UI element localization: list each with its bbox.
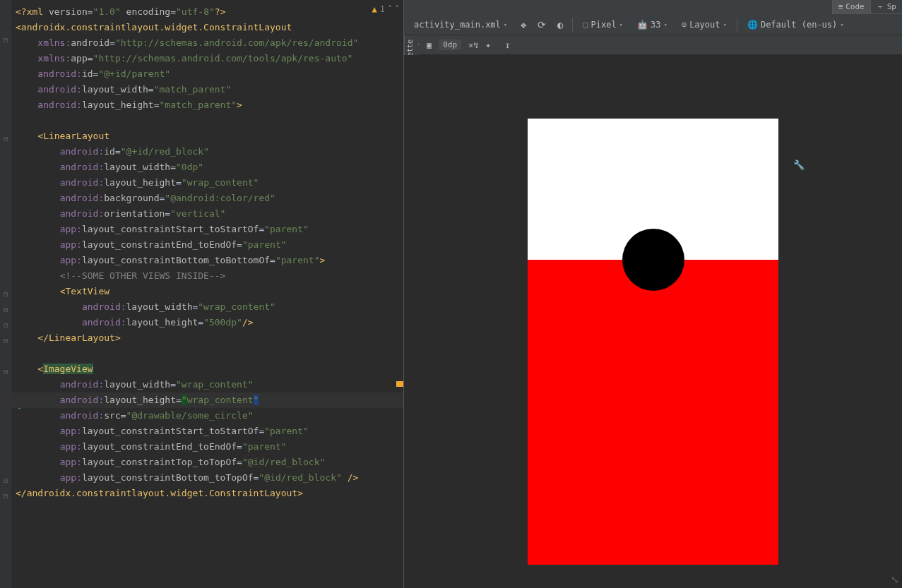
eq: = (170, 162, 176, 172)
value: "http://schemas.android.com/apk/res/andr… (115, 37, 358, 48)
attr: layout_height (82, 100, 154, 110)
eq: = (198, 317, 203, 328)
device-preview[interactable] (528, 119, 778, 565)
inspection-widget[interactable]: ▲ 1 ˄ ˅ (372, 4, 399, 14)
fold-end-icon[interactable]: ⊟ (2, 493, 9, 500)
tab-split[interactable]: ⫟ Sp (870, 0, 902, 13)
ns: app: (60, 457, 82, 467)
editor-mode-tabs: ≡ Code ⫟ Sp (832, 0, 902, 14)
quote: " (182, 395, 187, 405)
file-dropdown[interactable]: activity_main.xml▾ (410, 18, 511, 31)
ns: android: (60, 395, 105, 405)
attr: layout_height (104, 177, 176, 188)
tag-open: </ (16, 488, 27, 498)
value: "wrap_content" (198, 301, 275, 312)
tab-label: Code (845, 2, 865, 11)
infer-constraints-icon[interactable]: ✦ (486, 40, 491, 50)
chevron-up-icon[interactable]: ˄ (388, 4, 392, 14)
nightmode-icon[interactable]: ◐ (554, 18, 566, 31)
attr: id (82, 68, 93, 79)
fold-end-icon[interactable]: ⊟ (2, 477, 9, 484)
ns: app: (60, 255, 82, 265)
ns: android: (82, 317, 126, 328)
fold-end-icon[interactable]: ⊟ (2, 322, 9, 329)
blank-line (16, 113, 403, 128)
fold-icon[interactable]: ⊟ (2, 291, 9, 298)
locale-dropdown[interactable]: 🌐 Default (en-us)▾ (743, 18, 848, 31)
ns: xmlns: (37, 37, 71, 48)
chevron-down-icon[interactable]: ˅ (395, 4, 399, 14)
warning-triangle-icon: ▲ (372, 4, 377, 14)
quote-caret: " (254, 395, 259, 405)
value: "500dp" (203, 317, 242, 328)
eq: = (148, 84, 154, 95)
tag-close: > (297, 488, 303, 498)
tag-close: > (237, 100, 242, 110)
orientation-icon[interactable]: ⟳ (535, 18, 548, 31)
xml-pi-close: ?> (215, 6, 226, 17)
align-icon[interactable]: ↧ (505, 40, 510, 50)
design-canvas[interactable]: 🔧 ⤡ (404, 55, 902, 588)
eq: = (154, 100, 160, 110)
tag-close: /> (242, 317, 254, 328)
comment: <!--SOME OTHER VIEWS INSIDE--> (60, 270, 226, 281)
eq: = (176, 177, 182, 188)
fold-icon[interactable]: ⊟ (2, 368, 9, 376)
ns: app: (60, 426, 82, 436)
value: "@drawable/some_circle" (126, 410, 254, 421)
layers-icon[interactable]: ❖ (517, 18, 530, 31)
eq: = (109, 37, 115, 48)
attr: orientation (104, 208, 165, 219)
attr: version (49, 6, 88, 17)
ns: android: (37, 100, 82, 110)
value: "0dp" (176, 162, 203, 172)
code-editor-pane: ⊟ ⊟ ⊟ ⊟ ⊟ ⊟ ⊟ 💡 ⊟ ⊟ ▲ 1 ˄ ˅ <?xml versio… (0, 0, 404, 588)
value: "@+id/red_block" (121, 146, 209, 157)
value: "http://schemas.android.com/tools/apk/re… (93, 53, 353, 64)
attr: layout_constraintEnd_toEndOf (82, 441, 237, 452)
attr: id (104, 146, 115, 157)
ns: android: (37, 68, 82, 79)
code-area[interactable]: ▲ 1 ˄ ˅ <?xml version="1.0" encoding="ut… (11, 0, 403, 588)
tag-name: LinearLayout (49, 332, 115, 343)
tag-close: > (115, 332, 121, 343)
fold-icon[interactable]: ⊟ (2, 136, 9, 143)
chevron-down-icon: ▾ (504, 21, 507, 28)
eq: = (88, 53, 93, 64)
file-name: activity_main.xml (414, 20, 501, 30)
fold-end-icon[interactable]: ⊟ (2, 306, 9, 313)
design-subtoolbar: 👁 ▣ 0dp ✕↯ ✦ ↧ (404, 35, 902, 55)
warning-marker[interactable] (396, 381, 403, 387)
default-margin[interactable]: 0dp (439, 40, 461, 50)
clear-constraints-icon[interactable]: ✕↯ (468, 40, 478, 50)
circle-imageview (622, 229, 684, 291)
chevron-down-icon: ▾ (840, 21, 843, 28)
attr: layout_width (126, 301, 193, 312)
attr: app (71, 53, 87, 64)
attr: layout_constraintStart_toStartOf (82, 224, 259, 234)
resize-handle-icon[interactable]: ⤡ (891, 574, 899, 585)
api-dropdown[interactable]: 🤖 33▾ (633, 18, 672, 31)
ns: app: (60, 224, 82, 234)
ns: android: (60, 410, 105, 421)
attr: layout_constraintStart_toStartOf (82, 426, 259, 436)
editor-gutter: ⊟ ⊟ ⊟ ⊟ ⊟ ⊟ ⊟ 💡 ⊟ ⊟ (0, 0, 11, 588)
theme-dropdown[interactable]: ⊙ Layout▾ (677, 18, 731, 31)
fold-icon[interactable]: ⊟ (2, 37, 9, 44)
tab-code[interactable]: ≡ Code (832, 0, 870, 13)
value: "parent" (242, 441, 287, 452)
ns: android: (60, 193, 105, 203)
tag-name: TextView (65, 286, 109, 296)
eq: = (115, 146, 121, 157)
attr: android (71, 37, 109, 48)
ns: android: (60, 146, 105, 157)
viewoptions-icon[interactable]: 🔧 (793, 160, 805, 170)
fold-end-icon[interactable]: ⊟ (2, 337, 9, 344)
attr: layout_width (104, 379, 170, 390)
device-frame-icon[interactable]: ▣ (427, 40, 432, 50)
tag-open: < (16, 22, 21, 32)
chevron-down-icon: ▾ (619, 21, 623, 28)
eq: = (270, 255, 275, 265)
device-dropdown[interactable]: □ Pixel▾ (578, 18, 627, 31)
attr: layout_height (126, 317, 198, 328)
